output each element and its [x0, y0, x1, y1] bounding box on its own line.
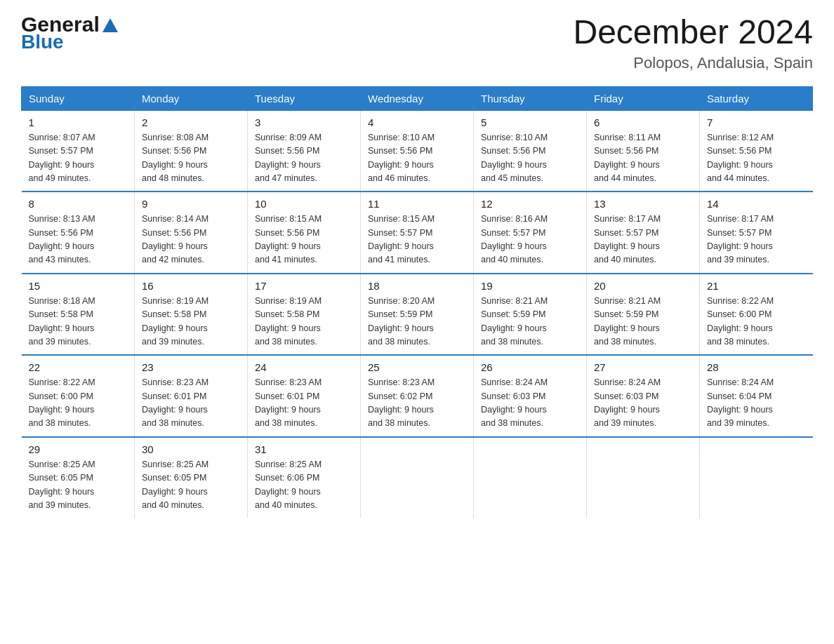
day-info: Sunrise: 8:25 AM Sunset: 6:06 PM Dayligh…	[255, 458, 353, 513]
calendar-cell	[700, 437, 813, 518]
day-info: Sunrise: 8:15 AM Sunset: 5:56 PM Dayligh…	[255, 213, 353, 267]
day-info: Sunrise: 8:24 AM Sunset: 6:04 PM Dayligh…	[707, 376, 806, 431]
day-number: 26	[481, 361, 579, 373]
day-info: Sunrise: 8:22 AM Sunset: 6:00 PM Dayligh…	[29, 376, 128, 431]
day-number: 9	[142, 198, 240, 210]
day-number: 13	[594, 198, 692, 210]
day-number: 27	[594, 361, 692, 373]
calendar-cell: 19 Sunrise: 8:21 AM Sunset: 5:59 PM Dayl…	[474, 274, 587, 356]
svg-marker-0	[102, 18, 118, 32]
day-info: Sunrise: 8:12 AM Sunset: 5:56 PM Dayligh…	[707, 131, 806, 186]
title-area: December 2024 Polopos, Andalusia, Spain	[573, 14, 813, 72]
calendar-cell: 11 Sunrise: 8:15 AM Sunset: 5:57 PM Dayl…	[361, 192, 474, 274]
calendar-cell	[587, 437, 700, 518]
calendar-cell: 15 Sunrise: 8:18 AM Sunset: 5:58 PM Dayl…	[22, 274, 135, 356]
day-number: 20	[594, 280, 692, 292]
calendar-table: Sunday Monday Tuesday Wednesday Thursday…	[21, 86, 813, 518]
day-info: Sunrise: 8:17 AM Sunset: 5:57 PM Dayligh…	[594, 213, 692, 267]
calendar-cell: 18 Sunrise: 8:20 AM Sunset: 5:59 PM Dayl…	[361, 274, 474, 356]
calendar-cell: 25 Sunrise: 8:23 AM Sunset: 6:02 PM Dayl…	[361, 355, 474, 437]
day-number: 6	[594, 116, 692, 128]
day-info: Sunrise: 8:23 AM Sunset: 6:01 PM Dayligh…	[255, 376, 353, 431]
calendar-cell: 20 Sunrise: 8:21 AM Sunset: 5:59 PM Dayl…	[587, 274, 700, 356]
day-number: 7	[707, 116, 806, 128]
col-wednesday: Wednesday	[361, 86, 474, 110]
col-thursday: Thursday	[474, 86, 587, 110]
day-info: Sunrise: 8:25 AM Sunset: 6:05 PM Dayligh…	[142, 458, 240, 513]
calendar-cell: 27 Sunrise: 8:24 AM Sunset: 6:03 PM Dayl…	[587, 355, 700, 437]
day-info: Sunrise: 8:17 AM Sunset: 5:57 PM Dayligh…	[707, 213, 806, 267]
calendar-cell: 29 Sunrise: 8:25 AM Sunset: 6:05 PM Dayl…	[22, 437, 135, 518]
calendar-cell: 1 Sunrise: 8:07 AM Sunset: 5:57 PM Dayli…	[22, 110, 135, 192]
day-info: Sunrise: 8:21 AM Sunset: 5:59 PM Dayligh…	[481, 295, 579, 349]
day-info: Sunrise: 8:16 AM Sunset: 5:57 PM Dayligh…	[481, 213, 579, 267]
day-number: 25	[368, 361, 466, 373]
col-saturday: Saturday	[700, 86, 813, 110]
calendar-cell: 10 Sunrise: 8:15 AM Sunset: 5:56 PM Dayl…	[248, 192, 361, 274]
day-number: 19	[481, 280, 579, 292]
calendar-cell: 5 Sunrise: 8:10 AM Sunset: 5:56 PM Dayli…	[474, 110, 587, 192]
day-info: Sunrise: 8:23 AM Sunset: 6:01 PM Dayligh…	[142, 376, 240, 431]
calendar-cell: 13 Sunrise: 8:17 AM Sunset: 5:57 PM Dayl…	[587, 192, 700, 274]
calendar-cell: 7 Sunrise: 8:12 AM Sunset: 5:56 PM Dayli…	[700, 110, 813, 192]
day-info: Sunrise: 8:15 AM Sunset: 5:57 PM Dayligh…	[368, 213, 466, 267]
calendar-cell: 17 Sunrise: 8:19 AM Sunset: 5:58 PM Dayl…	[248, 274, 361, 356]
day-info: Sunrise: 8:25 AM Sunset: 6:05 PM Dayligh…	[29, 458, 128, 513]
calendar-cell: 22 Sunrise: 8:22 AM Sunset: 6:00 PM Dayl…	[22, 355, 135, 437]
calendar-subtitle: Polopos, Andalusia, Spain	[573, 54, 813, 72]
calendar-cell: 9 Sunrise: 8:14 AM Sunset: 5:56 PM Dayli…	[135, 192, 248, 274]
logo: General Blue	[21, 14, 118, 52]
calendar-cell: 31 Sunrise: 8:25 AM Sunset: 6:06 PM Dayl…	[248, 437, 361, 518]
col-friday: Friday	[587, 86, 700, 110]
day-number: 28	[707, 361, 806, 373]
day-number: 17	[255, 280, 353, 292]
calendar-cell: 28 Sunrise: 8:24 AM Sunset: 6:04 PM Dayl…	[700, 355, 813, 437]
day-info: Sunrise: 8:11 AM Sunset: 5:56 PM Dayligh…	[594, 131, 692, 186]
week-row-4: 22 Sunrise: 8:22 AM Sunset: 6:00 PM Dayl…	[22, 355, 813, 437]
col-sunday: Sunday	[22, 86, 135, 110]
week-row-1: 1 Sunrise: 8:07 AM Sunset: 5:57 PM Dayli…	[22, 110, 813, 192]
day-info: Sunrise: 8:20 AM Sunset: 5:59 PM Dayligh…	[368, 295, 466, 349]
day-info: Sunrise: 8:23 AM Sunset: 6:02 PM Dayligh…	[368, 376, 466, 431]
calendar-cell: 16 Sunrise: 8:19 AM Sunset: 5:58 PM Dayl…	[135, 274, 248, 356]
day-number: 16	[142, 280, 240, 292]
calendar-cell: 8 Sunrise: 8:13 AM Sunset: 5:56 PM Dayli…	[22, 192, 135, 274]
calendar-cell: 3 Sunrise: 8:09 AM Sunset: 5:56 PM Dayli…	[248, 110, 361, 192]
day-info: Sunrise: 8:10 AM Sunset: 5:56 PM Dayligh…	[368, 131, 466, 186]
calendar-cell: 23 Sunrise: 8:23 AM Sunset: 6:01 PM Dayl…	[135, 355, 248, 437]
day-number: 2	[142, 116, 240, 128]
calendar-cell: 24 Sunrise: 8:23 AM Sunset: 6:01 PM Dayl…	[248, 355, 361, 437]
day-number: 22	[29, 361, 128, 373]
day-number: 3	[255, 116, 353, 128]
day-info: Sunrise: 8:07 AM Sunset: 5:57 PM Dayligh…	[29, 131, 128, 186]
day-info: Sunrise: 8:14 AM Sunset: 5:56 PM Dayligh…	[142, 213, 240, 267]
col-monday: Monday	[135, 86, 248, 110]
calendar-cell: 26 Sunrise: 8:24 AM Sunset: 6:03 PM Dayl…	[474, 355, 587, 437]
week-row-3: 15 Sunrise: 8:18 AM Sunset: 5:58 PM Dayl…	[22, 274, 813, 356]
day-number: 15	[29, 280, 128, 292]
day-info: Sunrise: 8:13 AM Sunset: 5:56 PM Dayligh…	[29, 213, 128, 267]
day-info: Sunrise: 8:19 AM Sunset: 5:58 PM Dayligh…	[142, 295, 240, 349]
day-number: 21	[707, 280, 806, 292]
day-number: 30	[142, 443, 240, 455]
day-info: Sunrise: 8:18 AM Sunset: 5:58 PM Dayligh…	[29, 295, 128, 349]
calendar-header-row: Sunday Monday Tuesday Wednesday Thursday…	[22, 86, 813, 110]
day-number: 23	[142, 361, 240, 373]
day-info: Sunrise: 8:19 AM Sunset: 5:58 PM Dayligh…	[255, 295, 353, 349]
day-number: 31	[255, 443, 353, 455]
logo-blue-text: Blue	[21, 32, 118, 52]
calendar-cell	[361, 437, 474, 518]
calendar-cell: 6 Sunrise: 8:11 AM Sunset: 5:56 PM Dayli…	[587, 110, 700, 192]
day-info: Sunrise: 8:09 AM Sunset: 5:56 PM Dayligh…	[255, 131, 353, 186]
day-info: Sunrise: 8:22 AM Sunset: 6:00 PM Dayligh…	[707, 295, 806, 349]
week-row-2: 8 Sunrise: 8:13 AM Sunset: 5:56 PM Dayli…	[22, 192, 813, 274]
calendar-cell: 2 Sunrise: 8:08 AM Sunset: 5:56 PM Dayli…	[135, 110, 248, 192]
day-number: 18	[368, 280, 466, 292]
day-number: 12	[481, 198, 579, 210]
day-info: Sunrise: 8:24 AM Sunset: 6:03 PM Dayligh…	[481, 376, 579, 431]
day-number: 11	[368, 198, 466, 210]
page-header: General Blue December 2024 Polopos, Anda…	[21, 14, 813, 72]
day-number: 24	[255, 361, 353, 373]
day-number: 29	[29, 443, 128, 455]
day-number: 1	[29, 116, 128, 128]
